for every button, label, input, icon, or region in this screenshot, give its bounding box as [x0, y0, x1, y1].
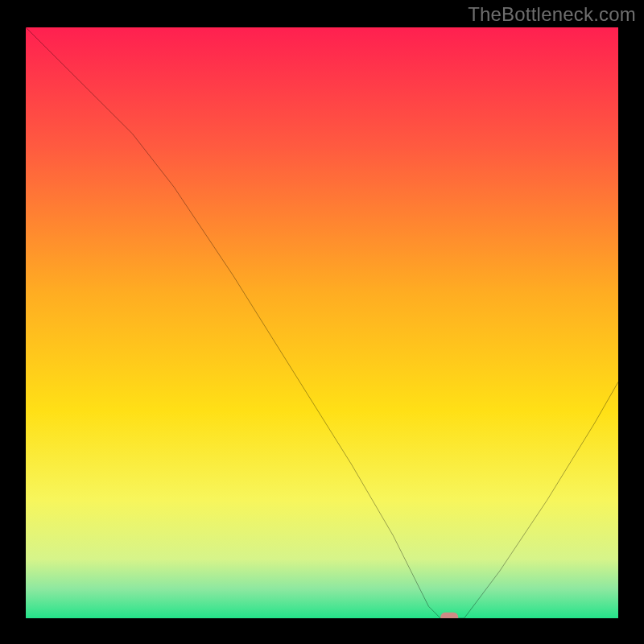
- chart-frame: TheBottleneck.com: [0, 0, 644, 644]
- plot-svg: [26, 27, 618, 618]
- plot-area: [26, 27, 618, 618]
- current-config-marker: [440, 613, 458, 618]
- watermark-text: TheBottleneck.com: [468, 3, 636, 26]
